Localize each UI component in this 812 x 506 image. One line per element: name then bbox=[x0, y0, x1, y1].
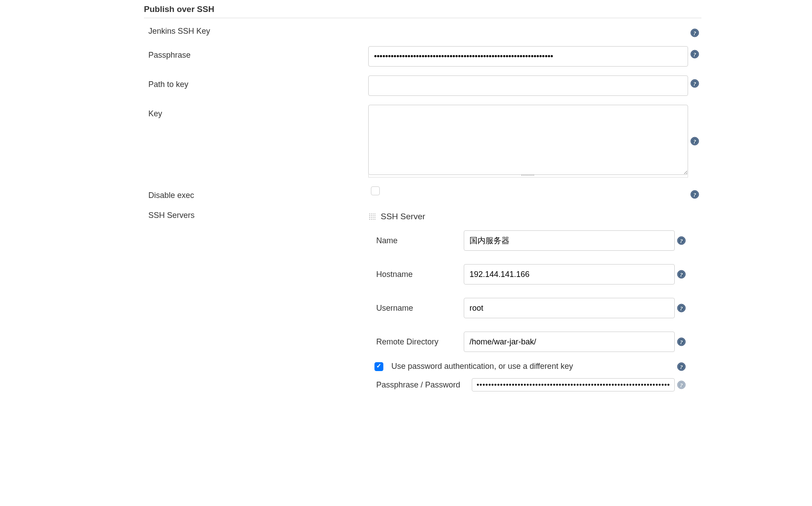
jenkins-ssh-key-label: Jenkins SSH Key bbox=[144, 25, 368, 36]
server-remote-dir-label: Remote Directory bbox=[368, 337, 464, 347]
svg-text:?: ? bbox=[693, 51, 697, 58]
server-passphrase-input[interactable] bbox=[472, 378, 675, 391]
drag-handle-icon[interactable] bbox=[368, 213, 376, 221]
resize-handle[interactable] bbox=[368, 174, 688, 178]
help-icon[interactable]: ? bbox=[690, 50, 699, 59]
help-icon[interactable]: ? bbox=[690, 79, 699, 88]
help-icon[interactable]: ? bbox=[677, 337, 686, 346]
svg-text:?: ? bbox=[680, 305, 683, 312]
svg-text:?: ? bbox=[693, 191, 697, 198]
ssh-servers-label: SSH Servers bbox=[144, 209, 368, 220]
help-icon[interactable]: ? bbox=[690, 190, 699, 199]
svg-text:?: ? bbox=[693, 138, 697, 145]
help-icon[interactable]: ? bbox=[677, 380, 686, 389]
svg-text:?: ? bbox=[680, 271, 683, 278]
server-hostname-input[interactable] bbox=[464, 264, 675, 285]
server-name-input[interactable] bbox=[464, 230, 675, 251]
svg-text:?: ? bbox=[680, 237, 683, 244]
help-icon[interactable]: ? bbox=[690, 137, 699, 146]
help-icon[interactable]: ? bbox=[677, 236, 686, 245]
help-icon[interactable]: ? bbox=[677, 304, 686, 312]
passphrase-label: Passphrase bbox=[144, 46, 368, 60]
help-icon[interactable]: ? bbox=[677, 270, 686, 279]
key-label: Key bbox=[144, 105, 368, 119]
section-title: Publish over SSH bbox=[144, 4, 701, 18]
server-name-label: Name bbox=[368, 236, 464, 245]
path-to-key-label: Path to key bbox=[144, 75, 368, 89]
svg-text:?: ? bbox=[693, 80, 697, 87]
use-password-checkbox[interactable] bbox=[374, 362, 383, 371]
server-remote-dir-input[interactable] bbox=[464, 332, 675, 352]
server-passphrase-label: Passphrase / Password bbox=[376, 380, 472, 390]
ssh-server-title: SSH Server bbox=[381, 212, 425, 221]
disable-exec-label: Disable exec bbox=[144, 186, 368, 200]
path-to-key-input[interactable] bbox=[368, 75, 688, 96]
server-hostname-label: Hostname bbox=[368, 270, 464, 279]
svg-text:?: ? bbox=[693, 30, 697, 36]
passphrase-input[interactable] bbox=[368, 46, 688, 67]
disable-exec-checkbox[interactable] bbox=[371, 186, 380, 195]
server-username-input[interactable] bbox=[464, 298, 675, 318]
key-textarea[interactable] bbox=[368, 105, 688, 175]
svg-text:?: ? bbox=[680, 382, 683, 388]
svg-text:?: ? bbox=[680, 339, 683, 345]
use-password-label: Use password authentication, or use a di… bbox=[391, 362, 573, 371]
server-username-label: Username bbox=[368, 304, 464, 313]
svg-text:?: ? bbox=[680, 364, 683, 370]
help-icon[interactable]: ? bbox=[677, 362, 686, 371]
help-icon[interactable]: ? bbox=[690, 28, 699, 37]
